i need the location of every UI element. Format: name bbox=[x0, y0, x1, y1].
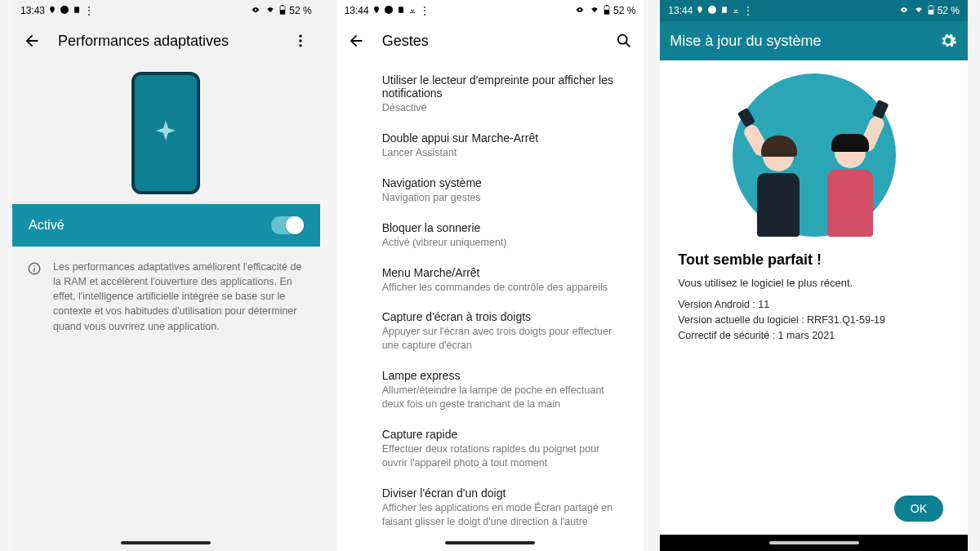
item-subtitle: Effectuer deux rotations rapides du poig… bbox=[382, 442, 628, 470]
sim-icon bbox=[397, 5, 405, 16]
svg-point-8 bbox=[299, 44, 301, 47]
moto-icon bbox=[384, 5, 394, 17]
svg-point-12 bbox=[385, 6, 393, 14]
svg-point-21 bbox=[708, 6, 716, 14]
gesture-nav-bar[interactable] bbox=[12, 535, 320, 551]
moto-icon bbox=[707, 5, 717, 17]
list-item[interactable]: Lampe expressAllumer/éteindre la lampe d… bbox=[336, 361, 644, 420]
svg-rect-5 bbox=[282, 5, 283, 6]
item-title: Menu Marche/Arrêt bbox=[382, 266, 628, 279]
overflow-menu-button[interactable] bbox=[291, 31, 310, 51]
toggle-switch[interactable] bbox=[271, 216, 304, 234]
screen-system-update: 13:44 ⋮ 52 % Mise à jour du système bbox=[660, 0, 968, 551]
update-metadata: Version Android : 11 Version actuelle du… bbox=[678, 297, 950, 343]
svg-point-0 bbox=[60, 6, 69, 14]
list-item[interactable]: Double appui sur Marche-ArrêtLancer Assi… bbox=[336, 123, 644, 168]
software-version-label: Version actuelle du logiciel : bbox=[678, 314, 807, 326]
svg-rect-1 bbox=[74, 7, 79, 13]
page-title: Gestes bbox=[382, 33, 599, 50]
list-item[interactable]: Utiliser le lecteur d'empreinte pour aff… bbox=[336, 65, 644, 123]
more-icon: ⋮ bbox=[743, 5, 753, 16]
svg-rect-22 bbox=[722, 7, 727, 13]
svg-rect-13 bbox=[399, 7, 403, 13]
hero-illustration bbox=[12, 60, 320, 204]
settings-button[interactable] bbox=[938, 31, 958, 51]
celebration-illustration bbox=[678, 73, 950, 237]
moto-icon bbox=[60, 5, 69, 17]
list-item[interactable]: Bloquer la sonnerieActivé (vibreur uniqu… bbox=[336, 213, 644, 258]
screen-gestures: 13:44 ⋮ 52 % Gestes Utiliser le lecteur … bbox=[336, 0, 644, 551]
screen-adaptive-performance: 13:43 ⋮ 52 % bbox=[12, 0, 320, 551]
more-icon: ⋮ bbox=[84, 5, 94, 16]
item-subtitle: Afficher les applications en mode Écran … bbox=[382, 501, 628, 529]
wifi-icon bbox=[913, 5, 924, 16]
app-bar: Gestes bbox=[336, 21, 644, 60]
item-title: Diviser l'écran d'un doigt bbox=[382, 487, 628, 500]
battery-percent: 52 % bbox=[289, 5, 311, 16]
svg-rect-14 bbox=[410, 12, 415, 13]
svg-point-19 bbox=[618, 35, 627, 44]
svg-point-11 bbox=[33, 265, 35, 267]
gesture-nav-bar[interactable] bbox=[660, 535, 968, 551]
back-button[interactable] bbox=[22, 31, 42, 51]
app-bar: Mise à jour du système bbox=[660, 21, 968, 60]
security-patch-value: 1 mars 2021 bbox=[778, 330, 835, 341]
svg-point-24 bbox=[902, 9, 905, 11]
item-title: Capture rapide bbox=[382, 428, 628, 441]
ok-button[interactable]: OK bbox=[894, 495, 943, 522]
item-subtitle: Allumer/éteindre la lampe de poche en ef… bbox=[382, 384, 628, 411]
list-item[interactable]: Capture d'écran à trois doigtsAppuyer su… bbox=[336, 302, 644, 361]
toggle-label: Activé bbox=[29, 218, 65, 233]
search-button[interactable] bbox=[614, 31, 634, 51]
svg-point-15 bbox=[579, 9, 581, 11]
status-bar: 13:43 ⋮ 52 % bbox=[12, 0, 320, 21]
svg-rect-18 bbox=[606, 5, 608, 6]
update-headline: Tout semble parfait ! bbox=[678, 251, 950, 269]
list-item[interactable]: Navigation systèmeNavigation par gestes bbox=[336, 168, 644, 213]
sim-icon bbox=[73, 5, 81, 16]
svg-rect-23 bbox=[733, 12, 738, 13]
wifi-icon bbox=[265, 5, 276, 16]
wifi-icon bbox=[589, 5, 600, 16]
status-bar: 13:44 ⋮ 52 % bbox=[336, 0, 644, 21]
item-title: Capture d'écran à trois doigts bbox=[382, 310, 628, 323]
status-time: 13:43 bbox=[20, 5, 45, 16]
software-version-value: RRF31.Q1-59-19 bbox=[807, 314, 885, 326]
update-body: Tout semble parfait ! Vous utilisez le l… bbox=[660, 60, 968, 535]
item-title: Navigation système bbox=[382, 176, 628, 189]
download-icon bbox=[408, 5, 416, 16]
svg-point-6 bbox=[299, 35, 301, 38]
page-title: Mise à jour du système bbox=[670, 33, 922, 50]
svg-point-2 bbox=[255, 9, 257, 11]
item-title: Utiliser le lecteur d'empreinte pour aff… bbox=[382, 73, 628, 100]
battery-percent: 52 % bbox=[613, 5, 635, 16]
item-subtitle: Activé (vibreur uniquement) bbox=[382, 236, 628, 250]
item-title: Bloquer la sonnerie bbox=[382, 221, 628, 234]
more-icon: ⋮ bbox=[420, 5, 430, 16]
page-title: Performances adaptatives bbox=[58, 33, 274, 50]
svg-rect-27 bbox=[929, 5, 931, 6]
back-button[interactable] bbox=[346, 31, 366, 51]
android-version-label: Version Android : bbox=[678, 299, 758, 310]
svg-rect-17 bbox=[604, 10, 609, 14]
svg-rect-4 bbox=[280, 10, 285, 14]
main-toggle-row[interactable]: Activé bbox=[12, 204, 320, 247]
gestures-list[interactable]: Utiliser le lecteur d'empreinte pour aff… bbox=[336, 60, 644, 535]
item-subtitle: Navigation par gestes bbox=[382, 191, 628, 205]
item-subtitle: Appuyer sur l'écran avec trois doigts po… bbox=[382, 325, 628, 353]
svg-rect-26 bbox=[929, 10, 933, 14]
list-item[interactable]: Capture rapideEffectuer deux rotations r… bbox=[336, 420, 644, 478]
list-item[interactable]: Diviser l'écran d'un doigtAfficher les a… bbox=[336, 478, 644, 535]
item-subtitle: Désactivé bbox=[382, 101, 628, 115]
gesture-nav-bar[interactable] bbox=[336, 535, 644, 551]
eye-icon bbox=[250, 5, 261, 16]
battery-icon bbox=[279, 5, 286, 17]
description-text: Les performances adaptatives améliorent … bbox=[53, 260, 305, 334]
svg-line-20 bbox=[626, 42, 630, 47]
list-item[interactable]: Menu Marche/ArrêtAfficher les commandes … bbox=[336, 258, 644, 303]
status-time: 13:44 bbox=[668, 5, 693, 16]
item-subtitle: Afficher les commandes de contrôle des a… bbox=[382, 281, 628, 295]
download-icon bbox=[732, 5, 740, 16]
item-title: Double appui sur Marche-Arrêt bbox=[382, 131, 628, 144]
battery-icon bbox=[928, 5, 934, 17]
